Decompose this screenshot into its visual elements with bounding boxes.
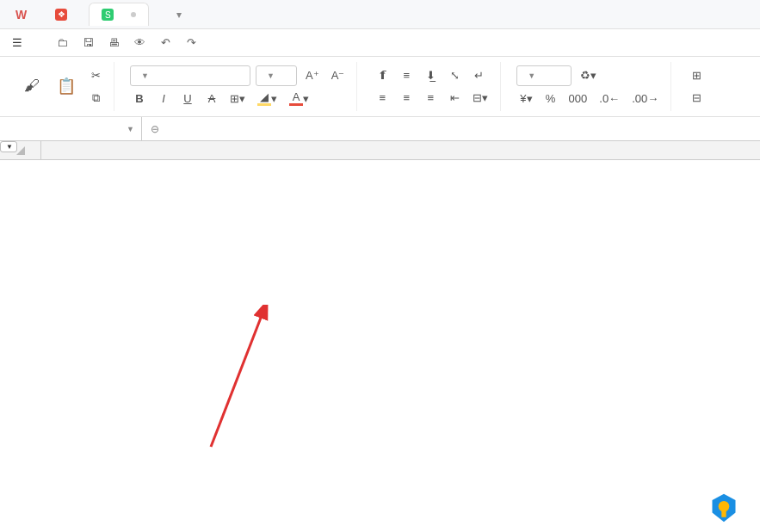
decrease-font-button[interactable]: A⁻	[328, 66, 349, 85]
save-icon[interactable]: 🖫	[81, 36, 95, 50]
merge-icon: ⊟	[473, 91, 482, 104]
decrease-decimal-button[interactable]: .0←	[596, 90, 623, 108]
font-name-select[interactable]: ▼	[130, 65, 250, 86]
add-tab-button[interactable]	[152, 11, 166, 18]
redo-icon[interactable]: ↷	[184, 36, 198, 50]
wrap-icon: ↵	[474, 69, 484, 82]
paste-button[interactable]: 📋	[52, 77, 81, 97]
styles-group: ⊞ ⊟	[678, 62, 714, 111]
preview-icon[interactable]: 👁	[133, 36, 146, 50]
scissors-icon: ✂	[91, 69, 101, 82]
font-color-icon: A	[289, 91, 303, 106]
merge-button[interactable]: ⊟▾	[469, 89, 491, 108]
copy-button[interactable]: ⧉	[86, 89, 105, 108]
cell-styles-button[interactable]: ⊞	[687, 66, 706, 85]
folder-icon[interactable]: 🗀	[55, 36, 69, 50]
fill-color-button[interactable]: ◢▾	[254, 90, 281, 108]
percent-button[interactable]: %	[541, 90, 560, 108]
tab-templates[interactable]: ❖	[42, 3, 85, 27]
clipboard-group: 🖌 📋 ✂ ⧉	[9, 62, 114, 111]
autofill-options-button[interactable]: ▼	[0, 141, 17, 152]
spreadsheet-icon: S	[102, 9, 114, 21]
currency-button[interactable]: ¥▾	[516, 90, 535, 108]
modified-dot-icon	[131, 12, 136, 17]
underline-button[interactable]: U	[178, 90, 197, 108]
wps-logo-icon: W	[15, 8, 27, 22]
column-headers	[41, 141, 760, 160]
fire-icon: ❖	[55, 9, 67, 21]
font-size-select[interactable]: ▼	[256, 65, 297, 86]
watermark	[708, 492, 746, 523]
spreadsheet-grid[interactable]: ▼	[0, 141, 760, 532]
indent-button[interactable]: ⇤	[445, 89, 464, 108]
format-brush-button[interactable]: 🖌	[17, 77, 46, 96]
increase-decimal-button[interactable]: .00→	[628, 90, 662, 108]
number-format-select[interactable]: ▼	[516, 65, 572, 86]
app-logo: W	[7, 4, 39, 25]
clipboard-icon: 📋	[57, 77, 76, 96]
align-top-button[interactable]: ⬆̄	[373, 66, 392, 85]
menubar: ☰ 🗀 🖫 🖶 👁 ↶ ↷	[0, 29, 760, 57]
svg-rect-2	[721, 511, 726, 517]
chevron-down-icon: ▼	[528, 71, 535, 80]
chevron-down-icon: ▼	[141, 71, 149, 80]
align-center-button[interactable]: ≡	[397, 89, 416, 108]
cut-button[interactable]: ✂	[86, 66, 105, 85]
number-group: ▼ ♻▾ ¥▾ % 000 .0← .00→	[508, 62, 671, 111]
watermark-logo-icon	[708, 492, 739, 523]
orientation-button[interactable]: ⤡	[445, 66, 464, 85]
tab-menu-button[interactable]: ▾	[170, 5, 188, 24]
align-bottom-button[interactable]: ⬇̲	[421, 66, 440, 85]
chevron-down-icon: ▼	[6, 143, 13, 151]
strikethrough-button[interactable]: A	[202, 90, 221, 108]
italic-button[interactable]: I	[154, 90, 173, 108]
convert-button[interactable]: ♻▾	[577, 66, 600, 85]
bold-button[interactable]: B	[130, 90, 149, 108]
undo-icon[interactable]: ↶	[158, 36, 172, 50]
ribbon: 🖌 📋 ✂ ⧉ ▼ ▼ A⁺ A⁻ B I U A ⊞▾ ◢▾ A▾ ⬆̄ ≡	[0, 57, 760, 117]
bucket-icon: ◢	[257, 91, 271, 106]
titlebar: W ❖ S ▾	[0, 0, 760, 29]
chevron-down-icon[interactable]: ▼	[123, 125, 134, 133]
quick-access: 🗀 🖫 🖶 👁 ↶ ↷	[55, 36, 198, 50]
menu-icon[interactable]: ☰	[10, 36, 24, 50]
fx-buttons: ⊖	[142, 123, 176, 135]
wrap-button[interactable]: ↵	[469, 66, 488, 85]
cancel-icon[interactable]: ⊖	[151, 123, 159, 135]
copy-icon: ⧉	[92, 91, 100, 105]
align-right-button[interactable]: ≡	[421, 89, 440, 108]
border-button[interactable]: ⊞▾	[226, 90, 249, 108]
formula-input[interactable]	[176, 117, 760, 140]
ribbon-tabs	[222, 37, 392, 49]
cells-area[interactable]	[41, 160, 760, 532]
svg-point-1	[719, 501, 730, 512]
name-box[interactable]: ▼	[0, 117, 142, 140]
name-box-input[interactable]	[7, 123, 123, 135]
font-group: ▼ ▼ A⁺ A⁻ B I U A ⊞▾ ◢▾ A▾	[121, 62, 357, 111]
increase-font-button[interactable]: A⁺	[302, 66, 323, 85]
formula-bar: ▼ ⊖	[0, 117, 760, 141]
brush-icon: 🖌	[24, 77, 40, 95]
chevron-down-icon: ▼	[267, 71, 275, 80]
comma-button[interactable]: 000	[565, 90, 591, 108]
font-color-button[interactable]: A▾	[286, 90, 312, 108]
align-group: ⬆̄ ≡ ⬇̲ ⤡ ↵ ≡ ≡ ≡ ⇤ ⊟▾	[364, 62, 501, 111]
align-left-button[interactable]: ≡	[373, 89, 392, 108]
tab-workbook[interactable]: S	[89, 3, 149, 26]
align-middle-button[interactable]: ≡	[397, 66, 416, 85]
table-styles-button[interactable]: ⊟	[687, 89, 706, 108]
print-icon[interactable]: 🖶	[107, 36, 120, 50]
